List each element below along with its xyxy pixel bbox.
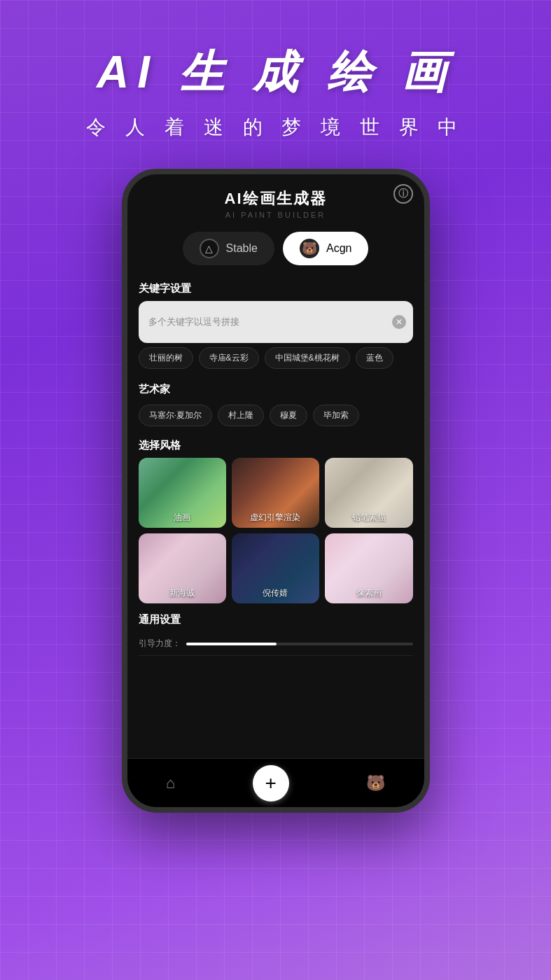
info-button[interactable]: ⓘ xyxy=(393,184,413,204)
acgn-icon: 🐻 xyxy=(300,239,319,258)
keyword-tags-row: 壮丽的树 寺庙&云彩 中国城堡&桃花树 蓝色 xyxy=(139,343,413,373)
nav-home[interactable]: ⌂ xyxy=(166,774,175,792)
artist-tag-1[interactable]: 村上隆 xyxy=(218,405,264,426)
phone-mockup: ⓘ AI绘画生成器 AI PAINT BUILDER △ Stable 🐻 Ac… xyxy=(122,169,430,813)
style-grid: 油画 虚幻引擎渲染 铅笔素描 新海诚 xyxy=(139,458,413,603)
style-section-title: 选择风格 xyxy=(139,439,413,452)
clear-icon[interactable]: ✕ xyxy=(392,315,406,329)
stable-icon: △ xyxy=(200,239,219,258)
settings-guidance-label: 引导力度： xyxy=(139,638,181,650)
artist-section-title: 艺术家 xyxy=(139,383,413,396)
phone-content: AI绘画生成器 AI PAINT BUILDER △ Stable 🐻 Acgn… xyxy=(127,174,424,807)
main-title: AI 生 成 绘 画 xyxy=(86,42,464,103)
style-shinkai-label: 新海诚 xyxy=(139,587,226,599)
style-shinkai[interactable]: 新海诚 xyxy=(139,533,226,603)
sub-title: 令 人 着 迷 的 梦 境 世 界 中 xyxy=(86,114,464,141)
style-pixel-label: 像素画 xyxy=(325,587,412,599)
artist-tag-2[interactable]: 穆夏 xyxy=(270,405,307,426)
app-header: AI绘画生成器 AI PAINT BUILDER xyxy=(127,174,424,225)
nav-add-button[interactable]: + xyxy=(253,765,289,802)
acgn-label: Acgn xyxy=(326,242,351,255)
style-oilpaint-label: 油画 xyxy=(139,512,226,524)
app-title-cn: AI绘画生成器 xyxy=(141,188,410,209)
settings-row-guidance: 引导力度： xyxy=(139,632,413,656)
header-area: AI 生 成 绘 画 令 人 着 迷 的 梦 境 世 界 中 xyxy=(86,42,464,141)
artist-tag-3[interactable]: 毕加索 xyxy=(313,405,359,426)
style-portrait[interactable]: 倪传婧 xyxy=(232,533,319,603)
bottom-nav: ⌂ + 🐻 xyxy=(127,758,424,807)
phone-frame: ⓘ AI绘画生成器 AI PAINT BUILDER △ Stable 🐻 Ac… xyxy=(122,169,430,813)
guidance-slider[interactable] xyxy=(186,643,413,645)
style-oilpaint[interactable]: 油画 xyxy=(139,458,226,528)
artist-tags-row: 马塞尔·夏加尔 村上隆 穆夏 毕加索 xyxy=(139,402,413,429)
stable-label: Stable xyxy=(226,242,258,255)
home-icon: ⌂ xyxy=(166,774,175,792)
mode-selector: △ Stable 🐻 Acgn xyxy=(127,225,424,272)
style-pixel[interactable]: 像素画 xyxy=(325,533,412,603)
profile-icon: 🐻 xyxy=(366,774,385,792)
nav-profile[interactable]: 🐻 xyxy=(366,774,385,792)
tag-1[interactable]: 寺庙&云彩 xyxy=(199,347,259,369)
style-pencil-label: 铅笔素描 xyxy=(325,512,412,524)
keyword-placeholder: 多个关键字以逗号拼接 xyxy=(148,316,239,328)
slider-fill xyxy=(186,643,277,645)
scroll-area[interactable]: 关键字设置 多个关键字以逗号拼接 ✕ 壮丽的树 寺庙&云彩 中国城堡&桃花树 蓝… xyxy=(127,272,424,758)
add-icon: + xyxy=(265,772,276,794)
style-portrait-label: 倪传婧 xyxy=(232,587,319,599)
keyword-input-area[interactable]: 多个关键字以逗号拼接 ✕ xyxy=(139,301,413,343)
style-fantasy[interactable]: 虚幻引擎渲染 xyxy=(232,458,319,528)
keyword-section-title: 关键字设置 xyxy=(139,282,413,295)
tag-0[interactable]: 壮丽的树 xyxy=(139,347,193,369)
general-settings-title: 通用设置 xyxy=(139,613,413,626)
app-title-en: AI PAINT BUILDER xyxy=(141,211,410,219)
tag-3[interactable]: 蓝色 xyxy=(356,347,393,369)
artist-tag-0[interactable]: 马塞尔·夏加尔 xyxy=(139,405,212,426)
mode-acgn-button[interactable]: 🐻 Acgn xyxy=(283,232,368,265)
general-settings: 通用设置 引导力度： xyxy=(139,613,413,662)
tag-2[interactable]: 中国城堡&桃花树 xyxy=(265,347,350,369)
style-pencil[interactable]: 铅笔素描 xyxy=(325,458,412,528)
style-fantasy-label: 虚幻引擎渲染 xyxy=(232,512,319,524)
mode-stable-button[interactable]: △ Stable xyxy=(183,232,274,265)
